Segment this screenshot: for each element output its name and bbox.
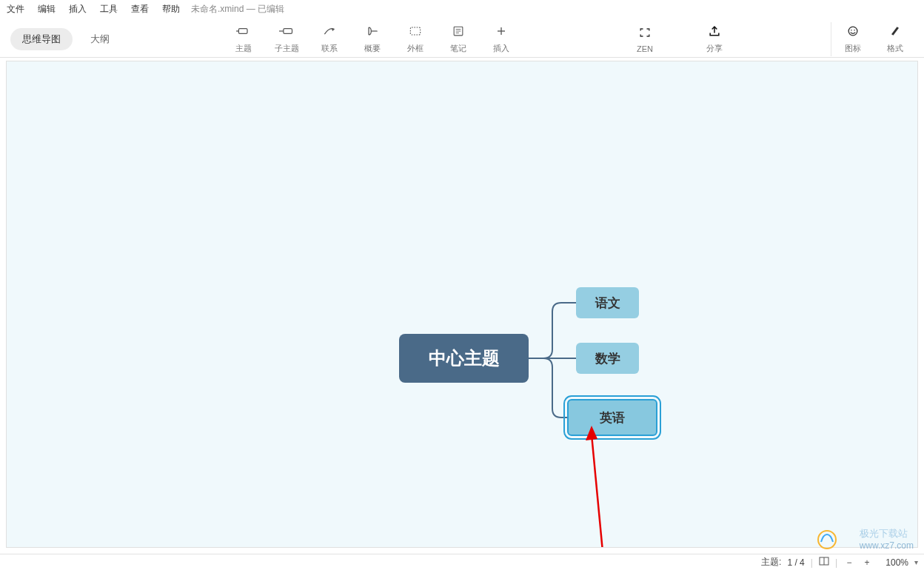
relation-button[interactable]: 联系 <box>308 22 351 56</box>
menu-help[interactable]: 帮助 <box>155 3 187 16</box>
notes-button[interactable]: 笔记 <box>437 22 480 56</box>
topic-label: 主题 <box>235 43 252 54</box>
subtopic-button[interactable]: 子主题 <box>265 22 308 56</box>
document-title: 未命名.xmind — 已编辑 <box>191 3 284 16</box>
svg-rect-4 <box>238 29 247 34</box>
toolbar-share-group: 分享 <box>693 22 736 56</box>
zoom-value[interactable]: 100% <box>879 557 908 568</box>
topic-count-value: 1 / 4 <box>787 557 804 568</box>
zoom-out-button[interactable]: − <box>843 557 855 568</box>
svg-point-18 <box>851 30 852 31</box>
boundary-label: 外框 <box>407 43 424 54</box>
icon-panel-label: 图标 <box>845 43 861 54</box>
icon-panel-button[interactable]: 图标 <box>831 22 874 56</box>
topic-icon <box>236 24 251 41</box>
toolbar-panel-group: 图标 格式 <box>831 22 917 56</box>
format-panel-label: 格式 <box>887 43 903 54</box>
svg-rect-6 <box>284 29 292 34</box>
menu-edit[interactable]: 编辑 <box>31 3 62 16</box>
status-separator-2: | <box>835 557 837 568</box>
mindmap-tab[interactable]: 思维导图 <box>10 28 73 50</box>
fullscreen-icon <box>637 26 652 42</box>
share-button[interactable]: 分享 <box>693 22 736 56</box>
notes-icon <box>451 24 466 41</box>
summary-button[interactable]: 概要 <box>351 22 394 56</box>
subtopic-node-1[interactable]: 语文 <box>576 287 639 318</box>
toolbar-zen-group: ZEN <box>623 22 666 56</box>
subtopic-node-2[interactable]: 数学 <box>576 343 639 374</box>
relation-icon <box>322 24 337 41</box>
status-separator: | <box>811 557 813 568</box>
brush-icon <box>888 24 903 41</box>
menu-bar: 文件 编辑 插入 工具 查看 帮助 未命名.xmind — 已编辑 <box>0 0 924 18</box>
format-panel-button[interactable]: 格式 <box>874 22 917 56</box>
svg-line-20 <box>592 435 603 548</box>
menu-tools[interactable]: 工具 <box>93 3 124 16</box>
subtopic-icon <box>279 24 294 41</box>
share-icon <box>707 24 722 41</box>
topic-button[interactable]: 主题 <box>222 22 265 56</box>
zen-label: ZEN <box>637 44 653 53</box>
zoom-in-button[interactable]: + <box>861 557 873 568</box>
summary-label: 概要 <box>364 43 381 54</box>
chevron-down-icon[interactable]: ▾ <box>914 558 918 566</box>
menu-view[interactable]: 查看 <box>124 3 155 16</box>
topic-count-label: 主题: <box>761 556 781 569</box>
svg-rect-10 <box>410 27 420 35</box>
zen-button[interactable]: ZEN <box>623 22 666 56</box>
insert-button[interactable]: 插入 <box>480 22 523 56</box>
smiley-icon <box>846 24 860 41</box>
summary-icon <box>365 24 380 41</box>
menu-insert[interactable]: 插入 <box>62 3 93 16</box>
annotation-arrow <box>584 426 621 548</box>
share-label: 分享 <box>706 43 723 54</box>
status-bar: 主题: 1 / 4 | | − + 100% ▾ <box>0 554 924 570</box>
connectors <box>7 61 917 547</box>
svg-point-19 <box>854 30 855 31</box>
boundary-icon <box>408 24 423 41</box>
central-topic-node[interactable]: 中心主题 <box>399 334 529 383</box>
toolbar: 思维导图 大纲 主题 子主题 联系 概要 外框 笔记 插入 <box>0 18 924 58</box>
svg-point-17 <box>848 27 857 36</box>
relation-label: 联系 <box>321 43 338 54</box>
outline-tab[interactable]: 大纲 <box>84 28 116 50</box>
outline-icon[interactable] <box>819 556 829 569</box>
plus-icon <box>494 24 509 41</box>
toolbar-main-group: 主题 子主题 联系 概要 外框 笔记 插入 <box>222 22 523 56</box>
subtopic-label: 子主题 <box>275 43 299 54</box>
menu-file[interactable]: 文件 <box>0 3 31 16</box>
boundary-button[interactable]: 外框 <box>394 22 437 56</box>
mindmap-canvas[interactable]: 中心主题 语文 数学 英语 <box>6 61 918 548</box>
notes-label: 笔记 <box>450 43 466 54</box>
insert-label: 插入 <box>493 43 509 54</box>
view-mode-tabs: 思维导图 大纲 <box>10 28 116 50</box>
subtopic-node-3-selected[interactable]: 英语 <box>567 399 657 436</box>
